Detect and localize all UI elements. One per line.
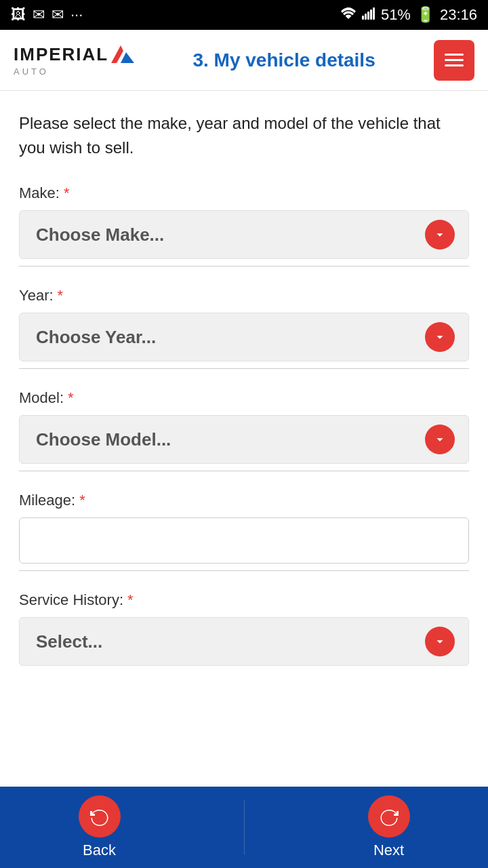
make-required: * xyxy=(64,184,70,202)
wifi-icon xyxy=(340,6,357,24)
logo: IMPERIAL AUTO xyxy=(14,44,134,77)
bottom-nav: Back Next xyxy=(0,787,488,868)
next-button[interactable]: Next xyxy=(335,795,443,859)
brand-name: IMPERIAL xyxy=(14,44,108,65)
back-label: Back xyxy=(83,842,116,859)
svg-rect-3 xyxy=(370,9,372,20)
make-field-group: Make: * Choose Make... xyxy=(19,184,469,267)
year-divider xyxy=(19,368,469,369)
make-dropdown-text: Choose Make... xyxy=(36,224,164,245)
model-label: Model: * xyxy=(19,389,469,407)
service-history-dropdown-arrow xyxy=(425,627,455,656)
status-bar: 🖼 ✉ ✉ ··· 51% 🔋 23:16 xyxy=(0,0,488,30)
model-dropdown-text: Choose Model... xyxy=(36,429,171,450)
battery-text: 51% xyxy=(381,6,411,24)
svg-rect-1 xyxy=(365,14,367,20)
mileage-field-group: Mileage: * xyxy=(19,492,469,571)
service-history-required: * xyxy=(127,591,134,609)
year-dropdown-text: Choose Year... xyxy=(36,327,156,348)
menu-button[interactable] xyxy=(434,40,474,81)
service-history-dropdown-text: Select... xyxy=(36,631,102,652)
main-content: Please select the make, year and model o… xyxy=(0,91,488,787)
model-dropdown-arrow xyxy=(425,425,455,454)
mail-icon-2: ✉ xyxy=(52,6,64,24)
year-dropdown[interactable]: Choose Year... xyxy=(19,313,469,361)
image-icon: 🖼 xyxy=(11,6,26,24)
year-field-group: Year: * Choose Year... xyxy=(19,287,469,369)
next-label: Next xyxy=(373,842,404,859)
chevron-down-icon xyxy=(432,432,447,447)
svg-rect-0 xyxy=(362,16,364,20)
mileage-label: Mileage: * xyxy=(19,492,469,509)
status-bar-right: 51% 🔋 23:16 xyxy=(340,6,477,24)
back-button-circle xyxy=(79,795,121,837)
year-dropdown-arrow xyxy=(425,322,455,352)
make-divider xyxy=(19,266,469,267)
back-arrow-icon xyxy=(89,806,110,827)
more-icon: ··· xyxy=(70,6,83,24)
make-dropdown-arrow xyxy=(425,220,455,250)
logo-wrapper: IMPERIAL AUTO xyxy=(14,44,134,77)
svg-marker-5 xyxy=(111,45,123,63)
status-bar-left: 🖼 ✉ ✉ ··· xyxy=(11,6,83,24)
page-title: 3. My vehicle details xyxy=(192,50,375,71)
chevron-down-icon xyxy=(432,634,447,649)
mail-icon: ✉ xyxy=(33,6,45,24)
brand-sub: AUTO xyxy=(14,66,49,77)
nav-divider xyxy=(244,800,245,854)
app-header: IMPERIAL AUTO 3. My vehicle details xyxy=(0,30,488,91)
mileage-divider xyxy=(19,570,469,571)
chevron-down-icon xyxy=(432,227,447,242)
svg-marker-6 xyxy=(121,52,134,63)
svg-rect-4 xyxy=(373,7,375,20)
mileage-required: * xyxy=(79,492,85,509)
next-button-circle xyxy=(368,795,410,837)
make-dropdown[interactable]: Choose Make... xyxy=(19,210,469,259)
back-button[interactable]: Back xyxy=(45,795,154,859)
model-field-group: Model: * Choose Model... xyxy=(19,389,469,471)
chevron-down-icon xyxy=(432,330,447,344)
service-history-dropdown[interactable]: Select... xyxy=(19,617,469,666)
service-history-label: Service History: * xyxy=(19,591,469,609)
imperial-logo-icon xyxy=(111,45,134,63)
mileage-input[interactable] xyxy=(19,517,469,564)
clock: 23:16 xyxy=(440,6,477,24)
svg-rect-2 xyxy=(367,12,369,20)
year-required: * xyxy=(58,287,64,304)
next-arrow-icon xyxy=(379,806,399,827)
make-label: Make: * xyxy=(19,184,469,202)
model-divider xyxy=(19,471,469,471)
hamburger-icon xyxy=(445,54,464,66)
instruction-text: Please select the make, year and model o… xyxy=(19,111,469,160)
signal-icon xyxy=(362,6,375,24)
service-history-field-group: Service History: * Select... xyxy=(19,591,469,666)
model-dropdown[interactable]: Choose Model... xyxy=(19,415,469,464)
year-label: Year: * xyxy=(19,287,469,304)
battery-icon: 🔋 xyxy=(416,6,434,24)
model-required: * xyxy=(68,389,74,407)
